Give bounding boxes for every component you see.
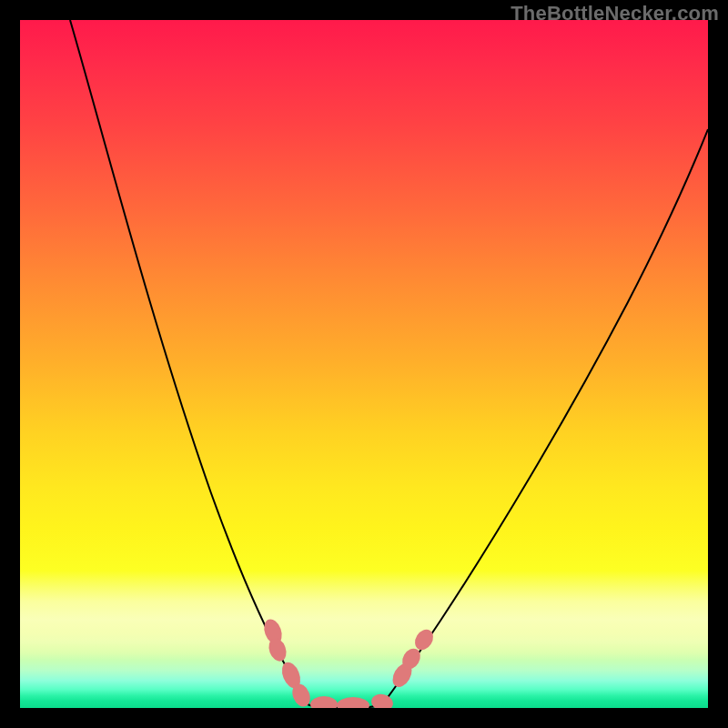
curve-marker bbox=[310, 696, 338, 708]
chart-overlay bbox=[20, 20, 708, 708]
curve-marker bbox=[369, 693, 394, 708]
curve-markers bbox=[261, 617, 437, 708]
curve-left-arm bbox=[70, 20, 308, 704]
curve-right-arm bbox=[382, 129, 708, 704]
curve-marker bbox=[337, 697, 369, 708]
plot-area bbox=[20, 20, 708, 708]
